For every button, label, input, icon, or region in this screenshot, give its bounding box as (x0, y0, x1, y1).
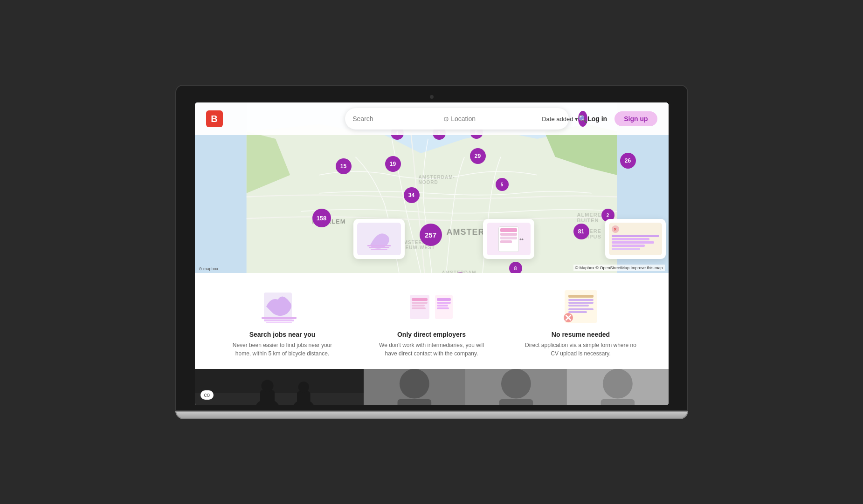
svg-rect-4 (367, 245, 391, 246)
info-item-3: No resume needed Direct application via … (525, 288, 637, 358)
svg-rect-24 (568, 299, 594, 301)
info-item-1: Search jobs near you Never been easier t… (227, 288, 338, 358)
svg-rect-8 (262, 317, 297, 319)
info-item-2: ↔ Only direct employers We don't work wi… (376, 288, 488, 358)
map-pin[interactable]: 81 (573, 224, 589, 239)
info-icon-search-jobs (257, 288, 308, 325)
svg-point-36 (261, 380, 273, 392)
info-title-3: No resume needed (552, 331, 610, 338)
app-container: AMSTERDAM HAARLEM Amsterdam-Noord Amster… (195, 102, 669, 405)
map-pin[interactable]: 257 (420, 224, 442, 246)
svg-rect-5 (369, 247, 389, 248)
photo-strip: co (195, 369, 669, 405)
info-desc-1: Never been easier to find jobs near your… (227, 341, 338, 358)
svg-rect-28 (568, 311, 587, 313)
search-button[interactable]: 🔍 (578, 111, 587, 127)
map-pin[interactable]: 158 (312, 209, 331, 227)
chevron-down-icon: ▾ (575, 116, 578, 123)
logo-letter: B (211, 114, 217, 124)
svg-rect-48 (601, 399, 635, 405)
svg-rect-14 (412, 305, 425, 306)
svg-rect-13 (412, 302, 428, 304)
laptop-base (175, 411, 688, 419)
svg-rect-33 (195, 369, 364, 393)
map-pin[interactable]: 34 (404, 187, 420, 203)
svg-point-44 (501, 369, 531, 399)
svg-rect-19 (437, 302, 451, 304)
map-pin[interactable]: 5 (496, 178, 509, 191)
photo-2 (364, 369, 465, 405)
svg-point-41 (400, 369, 429, 399)
svg-rect-26 (568, 305, 589, 306)
info-icon-employers: ↔ (406, 288, 457, 325)
location-input[interactable] (451, 115, 532, 123)
brand-logo[interactable]: B (206, 110, 223, 127)
svg-rect-10 (266, 322, 292, 323)
svg-rect-9 (264, 320, 294, 321)
svg-rect-25 (568, 302, 594, 304)
signup-button[interactable]: Sign up (614, 111, 657, 126)
svg-rect-18 (437, 298, 451, 301)
svg-rect-21 (437, 307, 449, 309)
info-desc-2: We don't work with intermediaries, you w… (376, 341, 488, 358)
photo-1: co (195, 369, 364, 405)
feature-card-3: × (605, 219, 666, 259)
map-pin[interactable]: 26 (620, 153, 636, 169)
svg-point-47 (603, 369, 633, 399)
date-filter-label: Date added (542, 116, 573, 123)
svg-rect-35 (260, 390, 274, 405)
search-icon: 🔍 (578, 115, 587, 123)
svg-rect-20 (437, 305, 448, 306)
laptop-shell: AMSTERDAM HAARLEM Amsterdam-Noord Amster… (175, 85, 688, 419)
svg-point-39 (298, 381, 309, 392)
svg-rect-23 (568, 295, 594, 298)
svg-rect-6 (371, 249, 387, 250)
map-attribution: © Mapbox © OpenStreetMap Improve this ma… (573, 265, 665, 271)
feature-card-1 (353, 219, 405, 259)
laptop-screen: AMSTERDAM HAARLEM Amsterdam-Noord Amster… (195, 102, 669, 405)
map-pin[interactable]: 19 (385, 156, 401, 172)
map-pin[interactable]: 15 (336, 158, 352, 174)
nav-right: Log in Sign up (587, 111, 657, 126)
laptop-bezel: AMSTERDAM HAARLEM Amsterdam-Noord Amster… (175, 85, 688, 411)
map-pin[interactable]: 29 (470, 148, 486, 164)
co-logo: co (200, 390, 214, 400)
svg-rect-38 (297, 391, 311, 405)
info-desc-3: Direct application via a simple form whe… (525, 341, 637, 358)
svg-rect-12 (412, 298, 428, 301)
svg-rect-45 (499, 399, 533, 405)
feature-card-2: ↔ (483, 219, 534, 259)
search-input[interactable] (352, 115, 434, 123)
info-section: Search jobs near you Never been easier t… (195, 273, 669, 369)
laptop-camera (430, 95, 434, 99)
location-icon: ⊙ (443, 115, 449, 123)
svg-rect-42 (398, 399, 432, 405)
svg-rect-15 (412, 307, 426, 309)
login-button[interactable]: Log in (587, 115, 607, 123)
svg-rect-27 (568, 308, 594, 310)
map-pin[interactable]: 8 (509, 262, 522, 273)
photo-3 (465, 369, 567, 405)
mapbox-logo: ⊙ mapbox (199, 266, 219, 271)
navbar: B ⊙ Date added ▾ 🔍 (195, 102, 669, 135)
netherlands-map-icon (365, 227, 393, 251)
info-title-2: Only direct employers (397, 331, 466, 338)
search-bar: ⊙ Date added ▾ 🔍 (345, 108, 569, 129)
info-title-1: Search jobs near you (249, 331, 316, 338)
info-icon-no-resume (555, 288, 607, 325)
photo-4 (567, 369, 669, 405)
date-filter[interactable]: Date added ▾ (542, 116, 578, 123)
